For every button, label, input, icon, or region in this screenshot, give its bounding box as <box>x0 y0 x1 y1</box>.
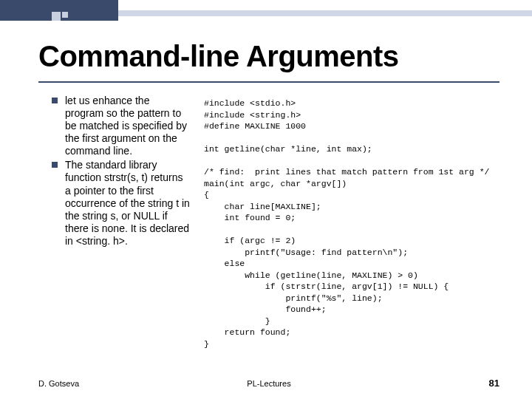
bullet-text: let us enhance the program so the patter… <box>65 95 191 157</box>
slide-footer: D. Gotseva PL-Lectures 81 <box>38 378 499 389</box>
decor-square-small <box>62 12 68 18</box>
top-bar-light <box>118 10 532 16</box>
bullet-icon <box>52 162 58 168</box>
slide-title: Command-line Arguments <box>38 40 399 73</box>
footer-author: D. Gotseva <box>38 379 79 388</box>
slide-top-bar <box>0 0 532 21</box>
bullet-list: let us enhance the program so the patter… <box>52 95 191 362</box>
list-item: The standard library function strstr(s, … <box>52 159 191 248</box>
title-underline <box>38 81 499 83</box>
code-block: #include <stdio.h> #include <string.h> #… <box>204 95 499 362</box>
bullet-icon <box>52 98 58 103</box>
footer-center: PL-Lectures <box>247 379 290 388</box>
list-item: let us enhance the program so the patter… <box>52 95 191 157</box>
footer-page-number: 81 <box>489 378 499 389</box>
decor-square <box>52 12 61 21</box>
decor-squares <box>52 12 68 21</box>
bullet-text: The standard library function strstr(s, … <box>65 159 191 248</box>
slide-content: let us enhance the program so the patter… <box>52 95 499 362</box>
